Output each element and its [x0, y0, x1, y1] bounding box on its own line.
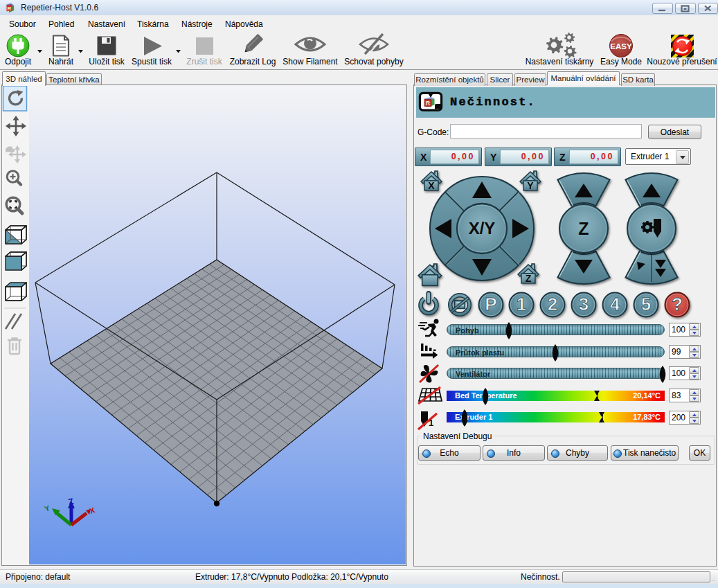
svg-text:Z: Z [526, 273, 532, 284]
svg-text:R: R [7, 6, 11, 12]
svg-text:P: P [485, 294, 496, 314]
svg-text:1: 1 [517, 294, 526, 314]
svg-text:R: R [426, 100, 431, 107]
svg-text:EASY: EASY [610, 42, 632, 51]
svg-text:X/Y: X/Y [469, 219, 496, 238]
svg-text:3: 3 [579, 294, 589, 314]
svg-text:4: 4 [610, 294, 620, 314]
svg-text:Z: Z [578, 219, 589, 238]
svg-text:Y: Y [527, 180, 534, 191]
svg-text:5: 5 [641, 294, 651, 314]
svg-text:?: ? [672, 294, 683, 314]
svg-text:2: 2 [548, 294, 557, 314]
svg-text:X: X [428, 180, 435, 191]
